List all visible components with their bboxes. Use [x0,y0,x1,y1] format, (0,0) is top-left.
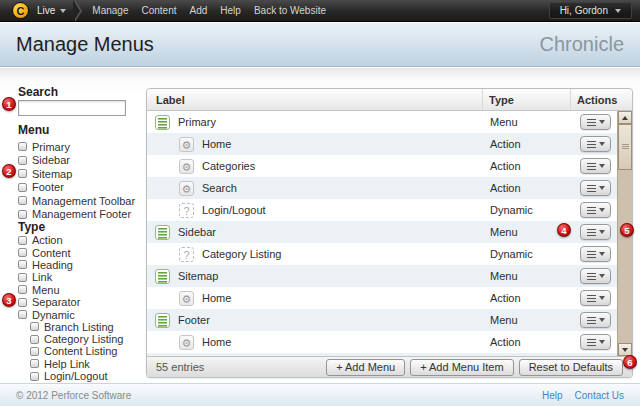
table-row[interactable]: Sidebar Menu [147,221,619,243]
row-actions-button[interactable] [580,158,611,174]
column-header-actions: Actions [570,89,632,110]
filter-type-help-link[interactable]: Help Link [18,358,124,370]
scroll-up-button[interactable] [618,111,632,124]
hamburger-icon [587,229,596,236]
hamburger-icon [587,339,596,346]
filter-type-content-listing[interactable]: Content Listing [18,345,124,357]
table-rows: Primary Menu Home Action Categories Acti… [147,111,619,356]
row-actions-button[interactable] [580,202,611,218]
copyright-text: © 2012 Perforce Software [16,390,131,401]
search-input[interactable] [18,100,126,116]
page-footer: © 2012 Perforce Software Help Contact Us [0,383,640,406]
filter-type-login-logout[interactable]: Login/Logout [18,370,124,382]
annotation-badge-1: 1 [2,97,16,111]
checkbox-icon[interactable] [18,260,27,269]
menu-list-icon [155,313,170,328]
column-header-label: Label [147,94,482,106]
table-row[interactable]: Sitemap Menu [147,265,619,287]
page-title: Manage Menus [16,33,154,56]
table-row[interactable]: Login/Logout Dynamic [147,199,619,221]
checkbox-icon[interactable] [18,142,27,151]
table-row[interactable]: Home Action [147,331,619,353]
checkbox-icon[interactable] [30,359,39,368]
table-row[interactable]: Home Action [147,133,619,155]
row-actions-button[interactable] [580,334,611,350]
nav-separator-chevron [74,0,83,22]
chronicle-logo-icon[interactable]: C [12,2,29,19]
site-mode-dropdown[interactable]: Live [37,5,66,16]
add-menu-item-button[interactable]: + Add Menu Item [410,359,513,376]
table-row[interactable]: Category Listing Dynamic [147,243,619,265]
chevron-down-icon [599,318,605,322]
checkbox-icon[interactable] [18,210,27,219]
filter-type-content[interactable]: Content [18,246,124,258]
filter-type-dynamic[interactable]: Dynamic [18,308,124,320]
hamburger-icon [587,295,596,302]
filter-type-separator[interactable]: Separator [18,296,124,308]
filter-type-branch-listing[interactable]: Branch Listing [18,321,124,333]
row-actions-button[interactable] [580,180,611,196]
scrollbar-thumb[interactable] [618,124,632,170]
row-actions-button[interactable] [580,312,611,328]
checkbox-icon[interactable] [18,298,27,307]
table-row-partial[interactable] [147,353,619,356]
checkbox-icon[interactable] [30,322,39,331]
nav-item-content[interactable]: Content [142,5,177,16]
filter-type-category-listing[interactable]: Category Listing [18,333,124,345]
filter-menu-sidebar[interactable]: Sidebar [18,154,135,168]
checkbox-icon[interactable] [18,273,27,282]
filter-type-action[interactable]: Action [18,234,124,246]
checkbox-icon[interactable] [18,248,27,257]
type-filter-heading: Type [18,220,45,234]
filter-type-menu[interactable]: Menu [18,284,124,296]
annotation-badge-4: 4 [557,223,571,237]
checkbox-icon[interactable] [18,285,27,294]
row-actions-button[interactable] [580,246,611,262]
user-menu-dropdown[interactable]: Hi, Gordon [549,2,632,19]
filter-type-link[interactable]: Link [18,271,124,283]
filter-menu-primary[interactable]: Primary [18,140,135,154]
chevron-down-icon [599,120,605,124]
table-row[interactable]: Categories Action [147,155,619,177]
hamburger-icon [587,207,596,214]
table-row[interactable]: Home Action [147,287,619,309]
row-actions-button[interactable] [580,290,611,306]
filter-menu-footer[interactable]: Footer [18,181,135,195]
hamburger-icon [587,251,596,258]
nav-item-back-to-website[interactable]: Back to Website [254,5,326,16]
checkbox-icon[interactable] [18,310,27,319]
filter-menu-management-toolbar[interactable]: Management Toolbar [18,194,135,208]
row-actions-button[interactable] [580,136,611,152]
checkbox-icon[interactable] [18,169,27,178]
chevron-down-icon [599,208,605,212]
footer-contact-link[interactable]: Contact Us [575,390,624,401]
checkbox-icon[interactable] [18,236,27,245]
table-row[interactable]: Search Action [147,177,619,199]
nav-item-help[interactable]: Help [220,5,241,16]
nav-item-manage[interactable]: Manage [92,5,128,16]
checkbox-icon[interactable] [30,372,39,381]
checkbox-icon[interactable] [18,183,27,192]
add-menu-button[interactable]: + Add Menu [326,359,405,376]
hamburger-icon [587,119,596,126]
chevron-down-icon [599,274,605,278]
table-row[interactable]: Primary Menu [147,111,619,133]
filter-type-heading[interactable]: Heading [18,259,124,271]
checkbox-icon[interactable] [18,156,27,165]
checkbox-icon[interactable] [30,335,39,344]
table-row[interactable]: Footer Menu [147,309,619,331]
checkbox-icon[interactable] [30,347,39,356]
filter-menu-management-footer[interactable]: Management Footer [18,208,135,222]
menu-filter-list: Primary Sidebar Sitemap Footer Managemen… [18,140,135,221]
nav-item-add[interactable]: Add [190,5,208,16]
row-actions-button[interactable] [580,268,611,284]
reset-to-defaults-button[interactable]: Reset to Defaults [519,359,623,376]
footer-help-link[interactable]: Help [542,390,563,401]
checkbox-icon[interactable] [18,196,27,205]
row-actions-button[interactable] [580,224,611,240]
filter-menu-sitemap[interactable]: Sitemap [18,167,135,181]
chevron-down-icon [599,252,605,256]
menu-list-icon [155,225,170,240]
row-actions-button[interactable] [580,114,611,130]
gear-icon [179,291,194,306]
